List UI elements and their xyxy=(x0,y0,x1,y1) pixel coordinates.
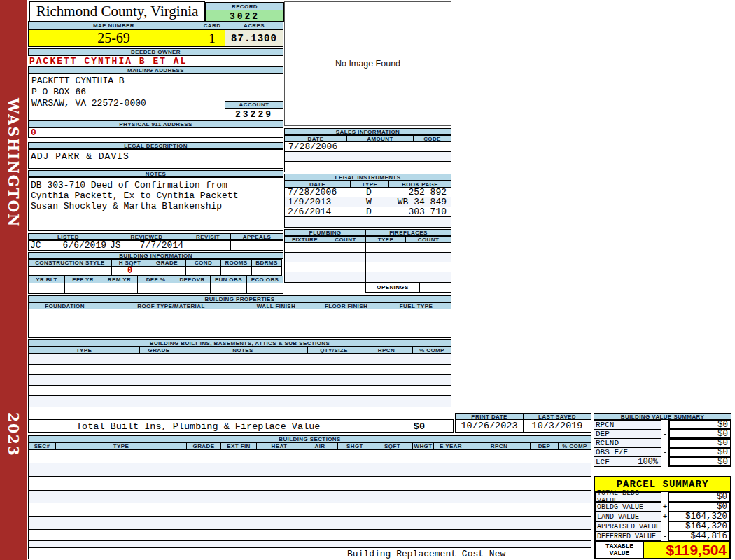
bvs-row: RPCN $0 xyxy=(594,420,732,430)
deeded-owner-value[interactable]: PACKETT CYNTHIA B ET AL xyxy=(28,56,284,66)
building-info-value-row2 xyxy=(28,283,284,294)
building-sections-row[interactable] xyxy=(28,529,592,541)
ps-label: DEFERRED VALUE xyxy=(595,531,662,541)
building-info-value-row1: 0 xyxy=(28,266,284,276)
building-sections-row[interactable] xyxy=(28,476,592,491)
plumbing-fireplace-row xyxy=(284,252,451,262)
bvs-value: $0 xyxy=(668,447,732,457)
review-header-row: LISTED REVIEWED REVISIT APPEALS xyxy=(28,233,284,240)
ps-value: $164,320 xyxy=(668,512,730,522)
plumbing-cell[interactable] xyxy=(284,272,366,283)
plumbing-fireplace-row xyxy=(284,272,451,283)
reviewed-value[interactable]: JS7/7/2014 xyxy=(108,240,186,251)
bvs-label: RCLND xyxy=(594,438,662,448)
bvs-row: DEP - $0 xyxy=(594,429,732,439)
plumbing-cell[interactable] xyxy=(284,242,366,253)
building-sections-row[interactable] xyxy=(28,516,592,530)
funobs-value[interactable] xyxy=(210,283,247,294)
building-sections-row[interactable] xyxy=(28,463,592,477)
notes-line: Susan Shockley & Martha Blankenship xyxy=(31,201,281,211)
physical-address-value[interactable]: 0 xyxy=(28,127,284,138)
dep-pct-value[interactable] xyxy=(137,283,174,294)
hsqft-value[interactable]: 0 xyxy=(111,266,148,276)
notes-line: DB 303-710 Deed of Confirmation from xyxy=(31,180,281,190)
sidebar: WASHINGTON 2023 xyxy=(0,0,27,560)
construction-style-value[interactable] xyxy=(28,266,112,276)
plumbing-cell[interactable] xyxy=(284,252,366,262)
built-ins-row[interactable] xyxy=(28,407,451,420)
bvs-label: LCF100% xyxy=(594,456,662,467)
fireplace-cell[interactable] xyxy=(365,272,451,283)
sales-row[interactable]: 7/28/2006 xyxy=(284,141,451,152)
map-number-value[interactable]: 25-69 xyxy=(28,29,200,47)
roof-value[interactable] xyxy=(101,309,241,338)
bvs-label: DEP xyxy=(594,429,662,439)
card-value[interactable]: 1 xyxy=(199,29,225,47)
building-sections-row[interactable] xyxy=(28,490,592,503)
bvs-label: OBS F/E xyxy=(594,447,662,457)
built-ins-row[interactable] xyxy=(28,396,451,407)
print-date-value: 10/26/2023 xyxy=(455,419,524,433)
listed-value[interactable]: JC6/6/2019 xyxy=(28,240,108,251)
county-title: Richmond County, Virginia xyxy=(30,2,204,20)
foundation-value[interactable] xyxy=(28,309,102,338)
ecoobs-value[interactable] xyxy=(246,283,284,294)
building-sections-row[interactable] xyxy=(28,449,592,463)
built-ins-row[interactable] xyxy=(28,374,451,386)
yrblt-value[interactable] xyxy=(28,283,65,294)
depovr-value[interactable] xyxy=(174,283,211,294)
parcel-summary: PARCEL SUMMARY TOTAL BLDG VALUE $0 OBLDG… xyxy=(594,476,732,559)
sales-information-title: SALES INFORMATION xyxy=(284,128,451,135)
ps-label: LAND VALUE xyxy=(595,512,662,522)
fuel-type-value[interactable] xyxy=(381,309,451,338)
built-ins-total-value: $0 xyxy=(414,421,425,432)
appeals-value[interactable] xyxy=(230,240,284,251)
legal-instrument-row[interactable]: 7/28/2006 D 252 892 xyxy=(284,187,451,197)
wall-finish-value[interactable] xyxy=(241,309,312,338)
building-value-summary-title: BUILDING VALUE SUMMARY xyxy=(594,413,732,420)
building-properties-title: BUILDING PROPERTIES xyxy=(28,295,451,302)
fireplaces-title: FIREPLACES xyxy=(365,229,451,236)
ps-value: $44,816 xyxy=(668,531,730,541)
revisit-value[interactable] xyxy=(185,240,231,251)
grade-value[interactable] xyxy=(148,266,186,276)
account-value[interactable]: 23229 xyxy=(225,108,284,120)
cond-value[interactable] xyxy=(186,266,221,276)
openings-label: OPENINGS xyxy=(365,282,420,293)
notes-box[interactable]: DB 303-710 Deed of Confirmation from Cyn… xyxy=(28,177,284,231)
building-properties-value-row xyxy=(28,309,451,338)
review-value-row: JC6/6/2019 JS7/7/2014 xyxy=(28,240,284,251)
physical-address-label: PHYSICAL 911 ADDRESS xyxy=(28,120,284,127)
effyr-value[interactable] xyxy=(64,283,102,294)
floor-finish-value[interactable] xyxy=(311,309,382,338)
ps-label: TOTAL BLDG VALUE xyxy=(595,492,662,502)
parcel-summary-row: LAND VALUE + $164,320 xyxy=(595,512,730,522)
listed-label: LISTED xyxy=(28,233,108,240)
fireplace-cell[interactable] xyxy=(365,262,451,272)
ps-value: $164,320 xyxy=(668,522,730,531)
openings-value[interactable] xyxy=(419,282,451,293)
sales-row[interactable] xyxy=(284,161,451,172)
acres-value[interactable]: 87.1300 xyxy=(225,29,284,47)
fireplace-cell[interactable] xyxy=(365,252,451,262)
bdrms-value[interactable] xyxy=(251,266,282,276)
built-ins-row[interactable] xyxy=(28,364,451,375)
appeals-label: APPEALS xyxy=(230,233,284,240)
legal-instrument-row[interactable]: 2/6/2014 D 303 710 xyxy=(284,206,451,217)
legal-instrument-row[interactable]: 1/9/2013 W WB 34 849 xyxy=(284,197,451,207)
bvs-value: $0 xyxy=(668,438,732,448)
rooms-value[interactable] xyxy=(220,266,252,276)
legal-instrument-row[interactable] xyxy=(284,216,451,227)
plumbing-cell[interactable] xyxy=(284,262,366,272)
remyr-value[interactable] xyxy=(101,283,138,294)
parcel-summary-row: DEFERRED VALUE - $44,816 xyxy=(595,531,730,541)
built-ins-total-label: Total Built Ins, Plumbing & Fireplace Va… xyxy=(76,421,320,432)
built-ins-row[interactable] xyxy=(28,385,451,396)
bvs-label: RPCN xyxy=(594,420,662,430)
built-ins-row[interactable] xyxy=(28,354,451,365)
sales-row[interactable] xyxy=(284,151,451,162)
fireplace-cell[interactable] xyxy=(365,242,451,253)
property-image-placeholder: No Image Found xyxy=(284,1,451,126)
legal-description-value[interactable]: ADJ PARR & DAVIS xyxy=(28,149,284,169)
building-sections-row[interactable] xyxy=(28,503,592,517)
